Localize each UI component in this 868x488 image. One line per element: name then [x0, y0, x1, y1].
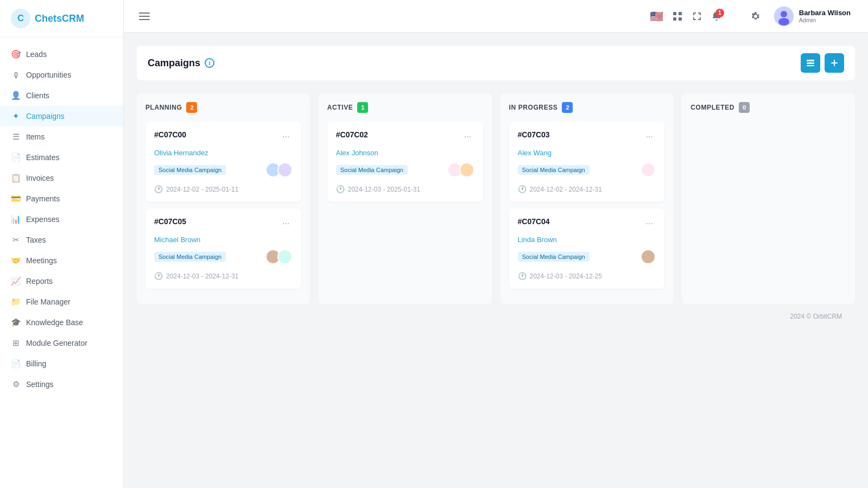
avatar — [277, 249, 293, 264]
card-menu-button[interactable]: ··· — [280, 130, 293, 143]
page-content: Campaigns i — [124, 33, 868, 488]
sidebar-item-reports[interactable]: 📈 Reports — [0, 271, 123, 291]
card-menu-button[interactable]: ··· — [643, 217, 656, 230]
column-completed: COMPLETED 0 — [682, 93, 855, 304]
file-manager-icon: 📁 — [11, 297, 21, 307]
svg-rect-11 — [807, 65, 814, 66]
card-person[interactable]: Alex Wang — [518, 149, 656, 157]
taxes-icon: ✂ — [11, 235, 21, 245]
dark-mode-button[interactable] — [731, 11, 742, 22]
sidebar-item-taxes[interactable]: ✂ Taxes — [0, 230, 123, 250]
svg-rect-9 — [807, 60, 814, 61]
column-header: PLANNING 2 — [145, 102, 301, 113]
sidebar-item-label: Knowledge Base — [26, 318, 83, 327]
card-menu-button[interactable]: ··· — [643, 130, 656, 143]
settings-button[interactable] — [750, 11, 761, 22]
card-tag: Social Media Campaign — [154, 165, 226, 175]
sidebar-item-estimates[interactable]: 📄 Estimates — [0, 147, 123, 168]
campaign-card: #C07C03 ··· Alex Wang Social Media Campa… — [509, 122, 665, 202]
sidebar-item-payments[interactable]: 💳 Payments — [0, 188, 123, 209]
card-footer: 🕐 2024-12-02 - 2025-01-11 — [154, 185, 293, 193]
language-flag[interactable]: 🇺🇸 — [650, 10, 663, 23]
fullscreen-button[interactable] — [692, 11, 702, 22]
clock-icon: 🕐 — [154, 272, 163, 280]
grid-view-button[interactable] — [672, 11, 683, 22]
payments-icon: 💳 — [11, 194, 21, 204]
card-person[interactable]: Alex Johnson — [336, 149, 474, 157]
card-top: #C07C03 ··· — [518, 130, 656, 143]
user-profile[interactable]: Barbara Wilson Admin — [770, 4, 855, 28]
sidebar-item-settings[interactable]: ⚙ Settings — [0, 374, 123, 395]
clock-icon: 🕐 — [518, 272, 527, 280]
column-in-progress: IN PROGRESS 2 #C07C03 ··· Alex Wang Soci… — [500, 93, 674, 304]
fullscreen-icon — [692, 11, 702, 22]
svg-rect-5 — [679, 17, 682, 21]
moon-icon — [731, 11, 742, 22]
sidebar-item-label: Clients — [26, 91, 49, 100]
card-id: #C07C05 — [154, 217, 186, 226]
sidebar-item-meetings[interactable]: 🤝 Meetings — [0, 250, 123, 271]
card-footer: 🕐 2024-12-03 - 2025-01-31 — [336, 185, 474, 193]
info-icon[interactable]: i — [205, 58, 214, 68]
sidebar-item-label: Payments — [26, 194, 60, 203]
sidebar-item-label: Reports — [26, 277, 53, 286]
sidebar-item-file-manager[interactable]: 📁 File Manager — [0, 291, 123, 312]
sidebar-item-billing[interactable]: 📄 Billing — [0, 353, 123, 374]
card-menu-button[interactable]: ··· — [461, 130, 474, 143]
card-avatars — [265, 249, 293, 264]
card-menu-button[interactable]: ··· — [280, 217, 293, 230]
clients-icon: 👤 — [11, 91, 21, 100]
sidebar-item-invoices[interactable]: 📋 Invoices — [0, 168, 123, 188]
view-toggle-button[interactable] — [801, 53, 820, 73]
sidebar-item-leads[interactable]: 🎯 Leads — [0, 44, 123, 65]
card-person[interactable]: Linda Brown — [518, 236, 656, 244]
knowledge-base-icon: 🎓 — [11, 318, 21, 327]
grid-icon — [672, 11, 683, 22]
sidebar-item-label: Module Generator — [26, 339, 87, 347]
column-badge: 1 — [357, 102, 368, 113]
card-person[interactable]: Olivia Hernandez — [154, 149, 293, 157]
card-top: #C07C02 ··· — [336, 130, 474, 143]
sidebar-item-label: File Manager — [26, 297, 71, 306]
card-avatars — [641, 249, 656, 264]
sidebar-item-clients[interactable]: 👤 Clients — [0, 85, 123, 106]
sidebar-item-campaigns[interactable]: ✦ Campaigns — [0, 106, 123, 126]
card-tag: Social Media Campaign — [336, 165, 408, 175]
date-range: 2024-12-02 - 2024-12-31 — [530, 186, 602, 193]
logo-text: ChetsCRM — [35, 13, 84, 24]
page-actions — [801, 53, 844, 73]
sidebar-item-expenses[interactable]: 📊 Expenses — [0, 209, 123, 230]
sidebar-item-label: Opportunities — [26, 71, 71, 79]
sidebar-item-module-generator[interactable]: ⊞ Module Generator — [0, 333, 123, 353]
expenses-icon: 📊 — [11, 214, 21, 224]
logo-icon: C — [11, 9, 30, 28]
card-middle: Social Media Campaign — [518, 162, 656, 178]
sidebar: C ChetsCRM 🎯 Leads 🎙 Opportunities 👤 Cli… — [0, 0, 124, 488]
date-range: 2024-12-03 - 2024-12-25 — [530, 272, 602, 280]
sidebar-item-knowledge-base[interactable]: 🎓 Knowledge Base — [0, 312, 123, 333]
estimates-icon: 📄 — [11, 153, 21, 162]
column-active: ACTIVE 1 #C07C02 ··· Alex Johnson Social… — [319, 93, 492, 304]
card-top: #C07C05 ··· — [154, 217, 293, 230]
sidebar-item-opportunities[interactable]: 🎙 Opportunities — [0, 65, 123, 85]
page-header: Campaigns i — [137, 46, 855, 80]
user-info: Barbara Wilson Admin — [799, 9, 851, 23]
avatar — [641, 249, 656, 264]
campaign-card: #C07C02 ··· Alex Johnson Social Media Ca… — [327, 122, 483, 202]
sidebar-item-label: Estimates — [26, 153, 59, 162]
logo[interactable]: C ChetsCRM — [0, 0, 123, 37]
sidebar-item-items[interactable]: ☰ Items — [0, 126, 123, 147]
column-title: PLANNING — [145, 104, 182, 111]
page-footer: 2024 © OrbitCRM — [137, 304, 855, 329]
add-icon — [830, 59, 839, 67]
card-person[interactable]: Michael Brown — [154, 236, 293, 244]
notifications-button[interactable]: 1 — [711, 11, 722, 22]
column-planning: PLANNING 2 #C07C00 ··· Olivia Hernandez … — [137, 93, 310, 304]
menu-toggle-button[interactable] — [137, 10, 152, 22]
avatar — [641, 162, 656, 178]
column-badge: 2 — [186, 102, 197, 113]
column-title: ACTIVE — [327, 104, 353, 111]
add-campaign-button[interactable] — [825, 53, 844, 73]
sidebar-item-label: Leads — [26, 50, 47, 59]
column-header: COMPLETED 0 — [690, 102, 846, 113]
